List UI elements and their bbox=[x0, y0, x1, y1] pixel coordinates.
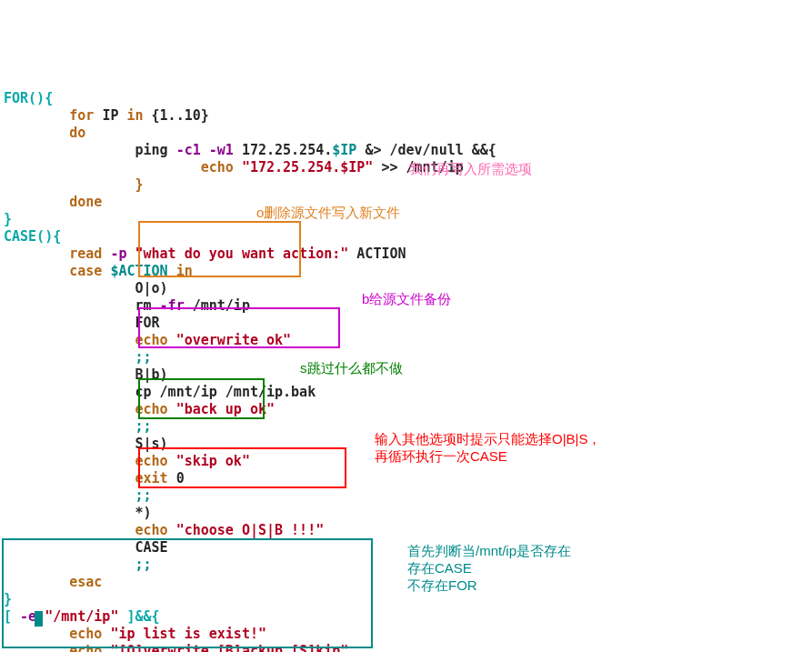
box-skip bbox=[138, 378, 265, 419]
kw-echo-5: echo bbox=[135, 522, 168, 538]
ann-b: b给源文件备份 bbox=[362, 290, 451, 307]
case-o: O|o) bbox=[135, 280, 168, 296]
box-backup bbox=[138, 307, 340, 348]
box-main bbox=[2, 538, 373, 648]
cmd-ping: ping bbox=[135, 142, 168, 158]
var-ip-decl: IP bbox=[102, 107, 118, 124]
brace-close-1: } bbox=[4, 211, 12, 227]
var-ip: $IP bbox=[332, 142, 356, 158]
kw-done: done bbox=[69, 194, 102, 210]
ann-intro: 我们再写入所需选项 bbox=[409, 160, 532, 177]
ann-bot3: 不存在FOR bbox=[407, 577, 477, 594]
ping-opts: -c1 -w1 bbox=[176, 142, 234, 158]
host-prefix: 172.25.254. bbox=[242, 142, 332, 158]
ann-bot1: 首先判断当/mnt/ip是否存在 bbox=[407, 542, 571, 559]
kw-case: case bbox=[69, 263, 102, 279]
brace-close-inner: } bbox=[135, 176, 144, 193]
box-default bbox=[138, 447, 346, 488]
dsemi-1: ;; bbox=[135, 349, 152, 366]
ann-o: o删除源文件写入新文件 bbox=[256, 204, 400, 221]
case-star: *) bbox=[135, 505, 152, 521]
kw-do: do bbox=[69, 125, 85, 141]
str-choose: "choose O|S|B !!!" bbox=[176, 522, 325, 538]
kw-in: in bbox=[126, 107, 143, 124]
kw-read: read bbox=[69, 246, 102, 262]
func-for: FOR() bbox=[4, 90, 45, 106]
ann-s: s跳过什么都不做 bbox=[300, 359, 403, 376]
redir-null: &> /dev/null &&{ bbox=[365, 142, 496, 158]
brace-open-2: { bbox=[53, 228, 61, 245]
kw-echo-1: echo bbox=[201, 159, 234, 176]
range: {1..10} bbox=[152, 107, 209, 124]
kw-for: for bbox=[69, 107, 94, 124]
str-ip: "172.25.254.$IP" bbox=[242, 159, 374, 176]
ann-star2: 再循环执行一次CASE bbox=[375, 447, 507, 465]
ann-star1: 输入其他选项时提示只能选择O|B|S， bbox=[375, 430, 601, 447]
brace-open-1: { bbox=[45, 90, 53, 106]
func-case: CASE() bbox=[4, 228, 53, 245]
dsemi-3: ;; bbox=[135, 487, 152, 504]
box-overwrite bbox=[138, 221, 301, 277]
var-action: ACTION bbox=[356, 246, 406, 262]
dsemi-2: ;; bbox=[135, 418, 152, 435]
opt-p: -p bbox=[110, 246, 126, 262]
text-cursor bbox=[35, 611, 43, 627]
ann-bot2: 存在CASE bbox=[407, 559, 472, 577]
